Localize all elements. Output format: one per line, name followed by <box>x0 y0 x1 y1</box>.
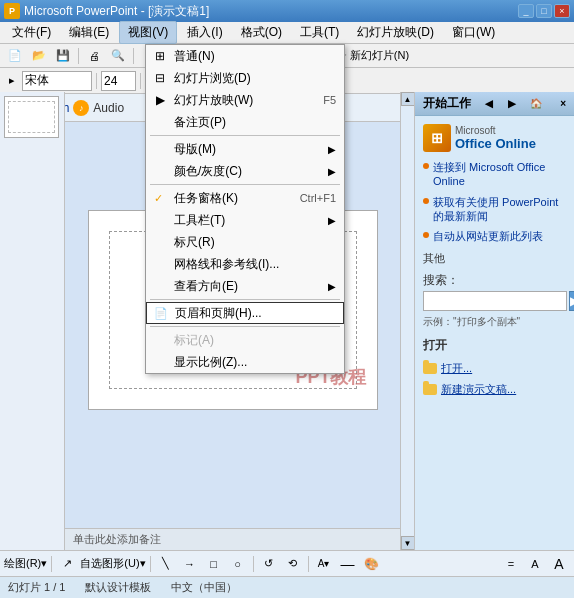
new-button[interactable]: 📄 <box>4 46 26 66</box>
normal-icon: ⊞ <box>152 48 168 64</box>
bullet-text-2: 获取有关使用 PowerPoint 的最新新闻 <box>433 195 566 224</box>
print-button[interactable]: 🖨 <box>83 46 105 66</box>
slide-item-1[interactable]: 1 <box>4 96 60 138</box>
menu-markup-label: 标记(A) <box>174 332 214 349</box>
menu-taskpane-label: 任务窗格(K) <box>174 190 238 207</box>
font-size-box[interactable]: 24 <box>101 71 136 91</box>
scroll-track[interactable] <box>401 106 414 536</box>
close-button[interactable]: × <box>554 4 570 18</box>
menu-gridlines-label: 网格线和参考线(I)... <box>174 256 279 273</box>
panel-close[interactable]: × <box>560 98 566 109</box>
fontcolor-button[interactable]: A▾ <box>313 554 335 574</box>
fillcolor-button[interactable]: 🎨 <box>361 554 383 574</box>
bullet-dot-1 <box>423 163 429 169</box>
menu-insert[interactable]: 插入(I) <box>179 22 230 43</box>
menu-slideshoww-label: 幻灯片放映(W) <box>174 92 253 109</box>
menu-file[interactable]: 文件(F) <box>4 22 59 43</box>
menu-master[interactable]: 母版(M) ▶ <box>146 138 344 160</box>
menu-header-footer-label: 页眉和页脚(H)... <box>175 305 262 322</box>
sep2 <box>133 48 134 64</box>
menu-format[interactable]: 格式(O) <box>233 22 290 43</box>
font-expand-button[interactable]: ▸ <box>4 71 20 91</box>
color-arrow: ▶ <box>328 166 336 177</box>
open-title: 打开 <box>423 337 566 354</box>
menu-notes[interactable]: 备注页(P) <box>146 111 344 133</box>
menu-edit[interactable]: 编辑(E) <box>61 22 117 43</box>
draw-sep <box>51 556 52 572</box>
menu-direction-label: 查看方向(E) <box>174 278 238 295</box>
right-panel-title: 开始工作 <box>423 95 471 112</box>
search-row: ▶ <box>423 291 566 311</box>
line-button[interactable]: ╲ <box>155 554 177 574</box>
notes-bar[interactable]: 单击此处添加备注 <box>65 528 400 550</box>
menu-slideview-label: 幻灯片浏览(D) <box>174 70 251 87</box>
menu-markup[interactable]: 标记(A) <box>146 329 344 351</box>
slide-thumbnail[interactable] <box>4 96 59 138</box>
menu-view[interactable]: 视图(V) <box>119 21 177 44</box>
menu-slideshoww[interactable]: ▶ 幻灯片放映(W) F5 <box>146 89 344 111</box>
minimize-button[interactable]: _ <box>518 4 534 18</box>
menu-taskpane[interactable]: ✓ 任务窗格(K) Ctrl+F1 <box>146 187 344 209</box>
linecolor-button[interactable]: — <box>337 554 359 574</box>
view-dropdown-menu: ⊞ 普通(N) ⊟ 幻灯片浏览(D) ▶ 幻灯片放映(W) F5 备注页(P) … <box>145 44 345 374</box>
arrow-button[interactable]: → <box>179 554 201 574</box>
other-label: 其他 <box>423 251 566 266</box>
taskpane-check: ✓ <box>154 192 163 205</box>
menu-master-label: 母版(M) <box>174 141 216 158</box>
vertical-scrollbar[interactable]: ▲ ▼ <box>400 92 414 550</box>
menu-notes-label: 备注页(P) <box>174 114 226 131</box>
menu-tools[interactable]: 工具(T) <box>292 22 347 43</box>
search-input[interactable] <box>423 291 567 311</box>
preview-button[interactable]: 🔍 <box>107 46 129 66</box>
status-bar: 幻灯片 1 / 1 默认设计模板 中文（中国） <box>0 576 574 598</box>
open-link-2-text: 新建演示文稿... <box>441 382 516 397</box>
panel-home[interactable]: 🏠 <box>530 98 542 109</box>
toolbar-arrow: ▶ <box>328 215 336 226</box>
notes-text: 单击此处添加备注 <box>73 532 161 547</box>
header-footer-icon: 📄 <box>153 305 169 321</box>
fontsize-large-button[interactable]: A <box>548 554 570 574</box>
right-panel-content: ⊞ Microsoft Office Online 连接到 Microsoft … <box>415 116 574 550</box>
open-link-1[interactable]: 打开... <box>423 358 566 379</box>
menu-window[interactable]: 窗口(W) <box>444 22 503 43</box>
sep-4 <box>150 326 340 327</box>
search-label: 搜索： <box>423 272 566 289</box>
font-name-box[interactable]: 宋体 <box>22 71 92 91</box>
menu-slideview[interactable]: ⊟ 幻灯片浏览(D) <box>146 67 344 89</box>
fontsize-small-button[interactable]: A <box>524 554 546 574</box>
align-button[interactable]: = <box>500 554 522 574</box>
scroll-up-button[interactable]: ▲ <box>401 92 415 106</box>
slideshow-shortcut: F5 <box>323 94 336 106</box>
draw-sep2 <box>253 556 254 572</box>
search-button[interactable]: ▶ <box>569 291 574 311</box>
menu-gridlines[interactable]: 网格线和参考线(I)... <box>146 253 344 275</box>
open-button[interactable]: 📂 <box>28 46 50 66</box>
draw-sep3 <box>308 556 309 572</box>
rotate-button[interactable]: ↺ <box>258 554 280 574</box>
panel-nav-next[interactable]: ▶ <box>508 98 516 109</box>
example-text: 示例："打印多个副本" <box>423 315 566 329</box>
menu-direction[interactable]: 查看方向(E) ▶ <box>146 275 344 297</box>
bullet-item-3[interactable]: 自动从网站更新此列表 <box>423 229 566 243</box>
draw-label[interactable]: 绘图(R)▾ <box>4 556 47 571</box>
bullet-item-1[interactable]: 连接到 Microsoft Office Online <box>423 160 566 189</box>
menu-zoom[interactable]: 显示比例(Z)... <box>146 351 344 373</box>
open-link-2[interactable]: 新建演示文稿... <box>423 379 566 400</box>
oval-button[interactable]: ○ <box>227 554 249 574</box>
flip-button[interactable]: ⟲ <box>282 554 304 574</box>
menu-normal[interactable]: ⊞ 普通(N) <box>146 45 344 67</box>
panel-nav-prev[interactable]: ◀ <box>485 98 493 109</box>
menu-color[interactable]: 颜色/灰度(C) ▶ <box>146 160 344 182</box>
menu-toolbar[interactable]: 工具栏(T) ▶ <box>146 209 344 231</box>
shape-label[interactable]: 自选图形(U)▾ <box>80 556 145 571</box>
rect-button[interactable]: □ <box>203 554 225 574</box>
menu-slideshow[interactable]: 幻灯片放映(D) <box>349 22 442 43</box>
select-button[interactable]: ↗ <box>56 554 78 574</box>
save-button[interactable]: 💾 <box>52 46 74 66</box>
menu-ruler[interactable]: 标尺(R) <box>146 231 344 253</box>
bullet-item-2[interactable]: 获取有关使用 PowerPoint 的最新新闻 <box>423 195 566 224</box>
title-bar: P Microsoft PowerPoint - [演示文稿1] _ □ × <box>0 0 574 22</box>
scroll-down-button[interactable]: ▼ <box>401 536 415 550</box>
maximize-button[interactable]: □ <box>536 4 552 18</box>
menu-header-footer[interactable]: 📄 页眉和页脚(H)... <box>146 302 344 324</box>
